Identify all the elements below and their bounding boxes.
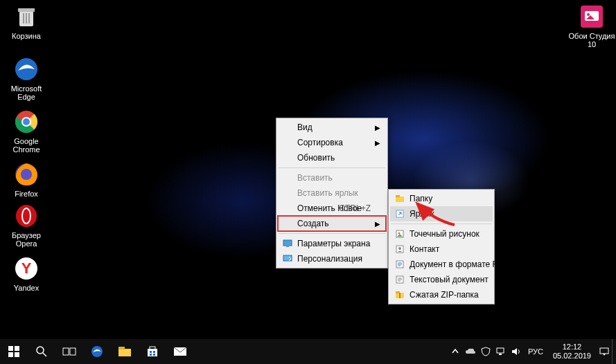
svg-rect-42 bbox=[8, 346, 13, 351]
menu-item-label: Параметры экрана bbox=[297, 239, 370, 248]
taskbar-app-store[interactable] bbox=[139, 339, 166, 364]
desktop-icon-label: Microsoft Edge bbox=[3, 84, 50, 101]
menu-item[interactable]: Параметры экрана bbox=[278, 236, 386, 251]
menu-item[interactable]: Точечный рисунок bbox=[390, 226, 493, 242]
svg-rect-22 bbox=[286, 246, 289, 247]
svg-text:Y: Y bbox=[21, 260, 32, 277]
menu-item[interactable]: Создать▶ bbox=[278, 216, 386, 231]
menu-separator bbox=[391, 224, 492, 224]
svg-rect-53 bbox=[148, 349, 157, 356]
submenu-arrow-icon: ▶ bbox=[375, 139, 380, 147]
menu-separator bbox=[279, 167, 385, 168]
taskbar: РУС 12:12 05.02.2019 bbox=[0, 339, 616, 364]
menu-item: Вставить bbox=[278, 170, 386, 185]
menu-item[interactable]: Контакт bbox=[390, 242, 493, 257]
desktop-icon-edge[interactable]: Microsoft Edge bbox=[3, 55, 50, 101]
desktop-icon-label: Браузер Opera bbox=[3, 231, 50, 248]
menu-item-label: Вид bbox=[297, 122, 313, 132]
tray-action-center-icon[interactable] bbox=[597, 339, 612, 364]
menu-item[interactable]: Сортировка▶ bbox=[278, 135, 386, 150]
menu-separator bbox=[279, 233, 385, 234]
tray-time: 12:12 bbox=[553, 343, 591, 352]
svg-point-5 bbox=[15, 58, 37, 80]
menu-item-label: Текстовый документ bbox=[410, 275, 489, 284]
menu-item[interactable]: Сжатая ZIP-папка bbox=[390, 287, 493, 302]
submenu-arrow-icon: ▶ bbox=[375, 124, 380, 131]
start-button[interactable] bbox=[0, 339, 28, 364]
menu-item-label: Сжатая ZIP-папка bbox=[410, 290, 479, 300]
desktop-icon-label: Google Chrome bbox=[3, 137, 50, 154]
taskbar-app-file-explorer[interactable] bbox=[111, 339, 139, 364]
desktop-icon-opera[interactable]: Браузер Opera bbox=[3, 202, 50, 248]
tray-network-icon[interactable] bbox=[493, 339, 509, 364]
create-submenu: ПапкуЯрлыкТочечный рисунокКонтактДокумен… bbox=[388, 189, 495, 304]
menu-item[interactable]: Ярлык bbox=[390, 206, 493, 221]
svg-rect-58 bbox=[153, 354, 155, 356]
desktop-icon-label: Yandex bbox=[3, 284, 50, 292]
menu-item-label: Обновить bbox=[297, 153, 335, 163]
bitmap-icon bbox=[394, 228, 405, 239]
tray-show-hidden-icon[interactable] bbox=[448, 339, 463, 364]
menu-item-label: Папку bbox=[410, 194, 432, 203]
svg-point-12 bbox=[21, 169, 32, 180]
tray-defender-icon[interactable] bbox=[478, 339, 493, 364]
firefox-icon bbox=[12, 161, 40, 188]
folder-icon bbox=[394, 193, 405, 204]
menu-item: Вставить ярлык bbox=[278, 185, 386, 201]
menu-item-label: Вставить ярлык bbox=[297, 188, 358, 198]
desktop-icon-chrome[interactable]: Google Chrome bbox=[3, 108, 50, 154]
desktop-icon-yandex[interactable]: YYandex bbox=[3, 255, 50, 292]
svg-point-50 bbox=[91, 346, 103, 357]
svg-rect-57 bbox=[150, 354, 152, 356]
tray-volume-icon[interactable] bbox=[509, 339, 524, 364]
svg-rect-52 bbox=[118, 347, 125, 349]
svg-rect-56 bbox=[153, 351, 155, 353]
tray-onedrive-icon[interactable] bbox=[463, 339, 478, 364]
menu-item[interactable]: Обновить bbox=[278, 150, 386, 165]
search-button[interactable] bbox=[28, 339, 55, 364]
menu-item[interactable]: Документ в формате RTF bbox=[390, 257, 493, 272]
svg-point-10 bbox=[23, 118, 30, 125]
desktop-icon-firefox[interactable]: Firefox bbox=[3, 161, 50, 198]
desktop-icon-label: Обои Студия 10 bbox=[568, 32, 615, 48]
menu-item-label: Сортировка bbox=[297, 138, 343, 147]
desktop-icon-wallpaper-studio[interactable]: Обои Студия 10 bbox=[568, 3, 615, 48]
svg-rect-44 bbox=[8, 352, 13, 357]
menu-item[interactable]: Текстовый документ bbox=[390, 272, 493, 287]
menu-item-label: Вставить bbox=[297, 173, 333, 183]
svg-rect-45 bbox=[15, 352, 19, 357]
svg-rect-25 bbox=[396, 195, 400, 197]
svg-rect-48 bbox=[63, 348, 69, 355]
tray-language[interactable]: РУС bbox=[524, 339, 547, 364]
desktop-icon-recycle-bin[interactable]: Корзина bbox=[3, 3, 50, 40]
svg-rect-60 bbox=[497, 348, 504, 353]
menu-item-label: Персонализация bbox=[297, 254, 362, 264]
wallpaper-studio-icon bbox=[578, 3, 606, 30]
menu-item[interactable]: Персонализация bbox=[278, 251, 386, 266]
svg-rect-21 bbox=[283, 240, 292, 246]
taskbar-app-mail[interactable] bbox=[166, 339, 194, 364]
contact-icon bbox=[394, 244, 405, 255]
svg-rect-55 bbox=[150, 351, 152, 353]
zip-icon bbox=[394, 289, 405, 300]
svg-rect-62 bbox=[600, 348, 608, 354]
opera-icon bbox=[12, 202, 40, 230]
desktop-icon-label: Firefox bbox=[3, 190, 50, 198]
menu-item[interactable]: Папку bbox=[390, 191, 493, 206]
task-view-button[interactable] bbox=[55, 339, 83, 364]
show-desktop-button[interactable] bbox=[612, 339, 616, 364]
recycle-bin-icon bbox=[12, 3, 40, 30]
txt-icon bbox=[394, 274, 405, 285]
rtf-icon bbox=[394, 259, 405, 270]
svg-point-46 bbox=[37, 347, 44, 354]
shortcut-icon bbox=[394, 208, 405, 219]
menu-item[interactable]: Отменить НовоеCTRL+Z bbox=[278, 201, 386, 216]
svg-point-30 bbox=[398, 247, 401, 250]
tray-clock[interactable]: 12:12 05.02.2019 bbox=[547, 343, 597, 361]
menu-item-shortcut: CTRL+Z bbox=[339, 203, 371, 213]
menu-item[interactable]: Вид▶ bbox=[278, 120, 386, 135]
svg-rect-4 bbox=[28, 13, 30, 24]
edge-icon bbox=[12, 55, 40, 83]
svg-point-20 bbox=[587, 13, 590, 16]
taskbar-app-edge[interactable] bbox=[83, 339, 111, 364]
